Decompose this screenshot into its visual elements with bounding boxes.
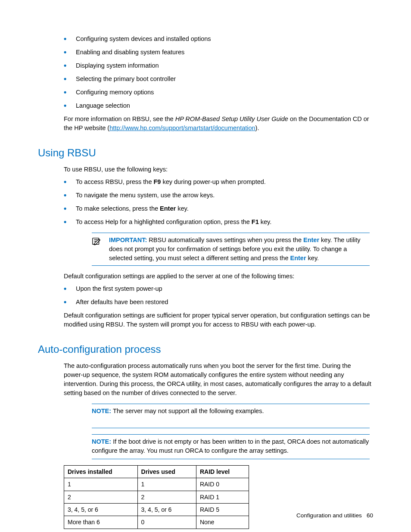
- table-row: 3, 4, 5, or 6 3, 4, 5, or 6 RAID 5: [64, 503, 249, 516]
- list-item: Enabling and disabling system features: [64, 48, 371, 57]
- text: After defaults have been restored: [76, 299, 168, 305]
- list-text: Enabling and disabling system features: [76, 49, 184, 56]
- cell: 2: [64, 491, 138, 503]
- note-callout-2: NOTE: If the boot drive is not empty or …: [92, 434, 370, 459]
- cell: 2: [137, 491, 196, 503]
- list-text: Displaying system information: [76, 62, 159, 69]
- col-header-drives-used: Drives used: [137, 466, 196, 478]
- table-row: 2 2 RAID 1: [64, 491, 249, 503]
- text: RBSU automatically saves settings when y…: [147, 236, 303, 243]
- note-label: NOTE:: [92, 408, 111, 414]
- cell: None: [196, 516, 249, 529]
- text: ).: [255, 124, 259, 131]
- info-paragraph: For more information on RBSU, see the HP…: [64, 115, 371, 133]
- list-item: To access Help for a highlighted configu…: [64, 218, 371, 227]
- col-header-drives-installed: Drives installed: [64, 466, 138, 478]
- text: To access Help for a highlighted configu…: [76, 218, 252, 225]
- key-name: Enter: [160, 205, 176, 212]
- list-item: To navigate the menu system, use the arr…: [64, 191, 371, 200]
- heading-auto-config: Auto-configuration process: [38, 342, 373, 357]
- list-item: Selecting the primary boot controller: [64, 75, 371, 84]
- intro-text: To use RBSU, use the following keys:: [64, 165, 371, 174]
- cell: RAID 0: [196, 478, 249, 491]
- key-name: F9: [154, 178, 161, 185]
- list-item: Configuring system devices and installed…: [64, 34, 371, 44]
- text: To make selections, press the: [76, 205, 160, 212]
- cell: 1: [137, 478, 196, 491]
- note-callout-1: NOTE: The server may not support all the…: [92, 404, 370, 428]
- list-item: Language selection: [64, 101, 371, 110]
- list-text: Configuring memory options: [76, 89, 154, 96]
- key-name: Enter: [290, 255, 306, 261]
- text: To navigate the menu system, use the arr…: [76, 192, 215, 199]
- col-header-raid-level: RAID level: [196, 466, 249, 478]
- important-label: IMPORTANT:: [109, 236, 147, 243]
- cell: 1: [64, 478, 138, 491]
- rbsu-keys-list: To access RBSU, press the F9 key during …: [64, 177, 371, 227]
- list-item: Configuring memory options: [64, 88, 371, 97]
- list-text: Language selection: [76, 102, 130, 109]
- top-bullet-block: Configuring system devices and installed…: [64, 34, 371, 133]
- text: If the boot drive is not empty or has be…: [92, 438, 369, 454]
- table-row: 1 1 RAID 0: [64, 478, 249, 491]
- text: For more information on RBSU, see the: [64, 115, 175, 122]
- italic-title: HP ROM-Based Setup Utility User Guide: [175, 115, 288, 122]
- text: key during power-up when prompted.: [161, 178, 265, 185]
- text: The server may not support all the follo…: [111, 408, 264, 414]
- important-text: IMPORTANT: RBSU automatically saves sett…: [109, 236, 370, 263]
- section1-body: To use RBSU, use the following keys: To …: [64, 165, 371, 329]
- text: key.: [306, 255, 319, 261]
- footer-section: Configuration and utilities: [296, 512, 362, 519]
- text: key.: [259, 218, 272, 225]
- default-config-text: Default configuration settings are suffi…: [64, 311, 371, 329]
- cell: 3, 4, 5, or 6: [137, 503, 196, 516]
- cell: RAID 1: [196, 491, 249, 503]
- auto-config-intro: The auto-configuration process automatic…: [64, 361, 371, 398]
- text: key.: [176, 205, 189, 212]
- pencil-note-icon: [92, 236, 109, 249]
- heading-using-rbsu: Using RBSU: [38, 146, 373, 161]
- cell: RAID 5: [196, 503, 249, 516]
- top-bullet-list: Configuring system devices and installed…: [64, 34, 371, 110]
- text: To access RBSU, press the: [76, 178, 154, 185]
- document-page: Configuring system devices and installed…: [0, 0, 411, 532]
- cell: 0: [137, 516, 196, 529]
- list-text: Configuring system devices and installed…: [76, 35, 211, 42]
- cell: More than 6: [64, 516, 138, 529]
- cell: 3, 4, 5, or 6: [64, 503, 138, 516]
- list-item: Displaying system information: [64, 61, 371, 70]
- list-item: After defaults have been restored: [64, 298, 371, 307]
- table-header-row: Drives installed Drives used RAID level: [64, 466, 249, 478]
- list-item: To make selections, press the Enter key.: [64, 204, 371, 213]
- hp-documentation-link[interactable]: http://www.hp.com/support/smartstart/doc…: [109, 124, 255, 131]
- list-text: Selecting the primary boot controller: [76, 75, 176, 82]
- key-name: F1: [252, 218, 259, 225]
- table-row: More than 6 0 None: [64, 516, 249, 529]
- page-footer: Configuration and utilities 60: [296, 511, 373, 520]
- raid-config-table: Drives installed Drives used RAID level …: [64, 465, 249, 529]
- default-times-list: Upon the first system power-up After def…: [64, 284, 371, 307]
- default-times-intro: Default configuration settings are appli…: [64, 272, 371, 281]
- section2-body: The auto-configuration process automatic…: [64, 361, 371, 529]
- list-item: To access RBSU, press the F9 key during …: [64, 177, 371, 187]
- text: Upon the first system power-up: [76, 285, 162, 292]
- key-name: Enter: [303, 236, 319, 243]
- list-item: Upon the first system power-up: [64, 284, 371, 293]
- footer-page-number: 60: [367, 512, 373, 519]
- note-label: NOTE:: [92, 438, 111, 445]
- important-callout: IMPORTANT: RBSU automatically saves sett…: [92, 233, 370, 266]
